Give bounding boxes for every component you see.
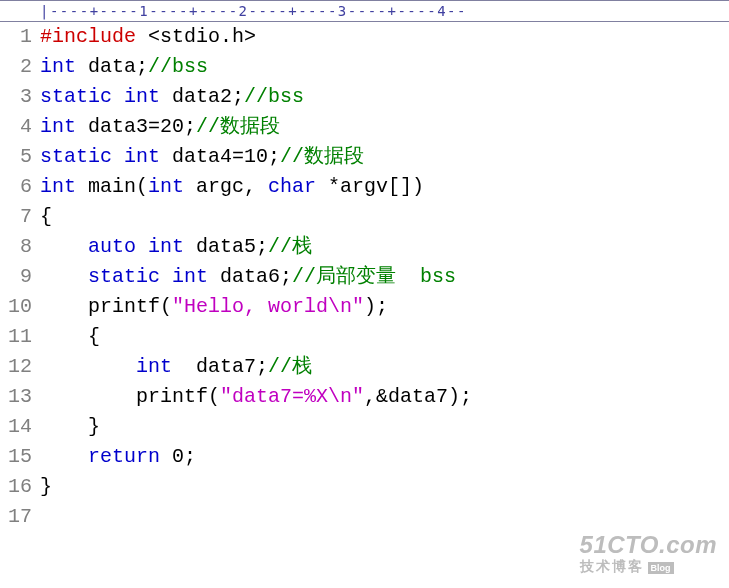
token: int (40, 115, 76, 138)
column-ruler: |----+----1----+----2----+----3----+----… (0, 0, 729, 22)
line-number: 5 (0, 142, 32, 172)
token: "data7=%X\n" (220, 385, 364, 408)
token: //数据段 (280, 145, 364, 168)
token: int (148, 235, 184, 258)
token: ,&data7); (364, 385, 472, 408)
line-number: 13 (0, 382, 32, 412)
token: } (40, 415, 100, 438)
token: printf( (40, 295, 172, 318)
token: static (40, 85, 112, 108)
token: main( (76, 175, 148, 198)
watermark-tagline: 技术博客Blog (580, 559, 717, 574)
token (40, 265, 88, 288)
token: //bss (148, 55, 208, 78)
code-line[interactable]: int main(int argc, char *argv[]) (40, 172, 729, 202)
code-line[interactable]: printf("data7=%X\n",&data7); (40, 382, 729, 412)
code-line[interactable]: static int data2;//bss (40, 82, 729, 112)
code-line[interactable]: { (40, 202, 729, 232)
token: return (88, 445, 160, 468)
token: <stdio.h> (136, 25, 256, 48)
token: ; (184, 445, 196, 468)
token: #include (40, 25, 136, 48)
line-number: 11 (0, 322, 32, 352)
token: data7; (172, 355, 268, 378)
code-line[interactable]: return 0; (40, 442, 729, 472)
token (40, 445, 88, 468)
watermark-site: 51CTO.com (580, 532, 717, 558)
code-line[interactable]: } (40, 412, 729, 442)
token (40, 355, 136, 378)
line-number: 2 (0, 52, 32, 82)
token: static (40, 145, 112, 168)
token (112, 145, 124, 168)
line-number: 15 (0, 442, 32, 472)
token: argc, (184, 175, 268, 198)
code-line[interactable]: { (40, 322, 729, 352)
token: //栈 (268, 355, 312, 378)
token (160, 265, 172, 288)
token: data5; (184, 235, 268, 258)
code-line[interactable] (40, 502, 729, 532)
line-number: 12 (0, 352, 32, 382)
token: data2; (160, 85, 244, 108)
line-number: 3 (0, 82, 32, 112)
code-line[interactable]: printf("Hello, world\n"); (40, 292, 729, 322)
code-line[interactable]: auto int data5;//栈 (40, 232, 729, 262)
token (112, 85, 124, 108)
line-number-gutter: 1234567891011121314151617 (0, 22, 40, 532)
watermark-blog-badge: Blog (648, 562, 674, 574)
code-line[interactable]: int data3=20;//数据段 (40, 112, 729, 142)
token: ; (268, 145, 280, 168)
token: *argv[]) (316, 175, 424, 198)
token: data3= (76, 115, 160, 138)
token: //局部变量 bss (292, 265, 456, 288)
line-number: 16 (0, 472, 32, 502)
token: 20 (160, 115, 184, 138)
code-line[interactable]: } (40, 472, 729, 502)
token: "Hello, world\n" (172, 295, 364, 318)
token: int (124, 145, 160, 168)
line-number: 6 (0, 172, 32, 202)
token: auto (88, 235, 136, 258)
token: data; (76, 55, 148, 78)
token: int (40, 55, 76, 78)
token: { (40, 205, 52, 228)
code-area[interactable]: #include <stdio.h>int data;//bssstatic i… (40, 22, 729, 532)
token (160, 445, 172, 468)
token (136, 235, 148, 258)
line-number: 9 (0, 262, 32, 292)
line-number: 1 (0, 22, 32, 52)
token: } (40, 475, 52, 498)
token: 10 (244, 145, 268, 168)
ruler-text: |----+----1----+----2----+----3----+----… (40, 3, 467, 19)
watermark: 51CTO.com 技术博客Blog (580, 532, 717, 574)
token: ); (364, 295, 388, 318)
line-number: 10 (0, 292, 32, 322)
token: //数据段 (196, 115, 280, 138)
token: char (268, 175, 316, 198)
code-line[interactable]: int data;//bss (40, 52, 729, 82)
code-line[interactable]: int data7;//栈 (40, 352, 729, 382)
code-editor[interactable]: 1234567891011121314151617 #include <stdi… (0, 22, 729, 532)
token (40, 235, 88, 258)
code-line[interactable]: static int data6;//局部变量 bss (40, 262, 729, 292)
token: ; (184, 115, 196, 138)
watermark-tagline-text: 技术博客 (580, 558, 644, 574)
token: //bss (244, 85, 304, 108)
line-number: 14 (0, 412, 32, 442)
token: int (148, 175, 184, 198)
token: //栈 (268, 235, 312, 258)
token: { (40, 325, 100, 348)
line-number: 4 (0, 112, 32, 142)
token: printf( (40, 385, 220, 408)
line-number: 17 (0, 502, 32, 532)
line-number: 7 (0, 202, 32, 232)
line-number: 8 (0, 232, 32, 262)
token: static (88, 265, 160, 288)
token: data6; (208, 265, 292, 288)
code-line[interactable]: static int data4=10;//数据段 (40, 142, 729, 172)
code-line[interactable]: #include <stdio.h> (40, 22, 729, 52)
token: data4= (160, 145, 244, 168)
token: int (124, 85, 160, 108)
token: int (172, 265, 208, 288)
